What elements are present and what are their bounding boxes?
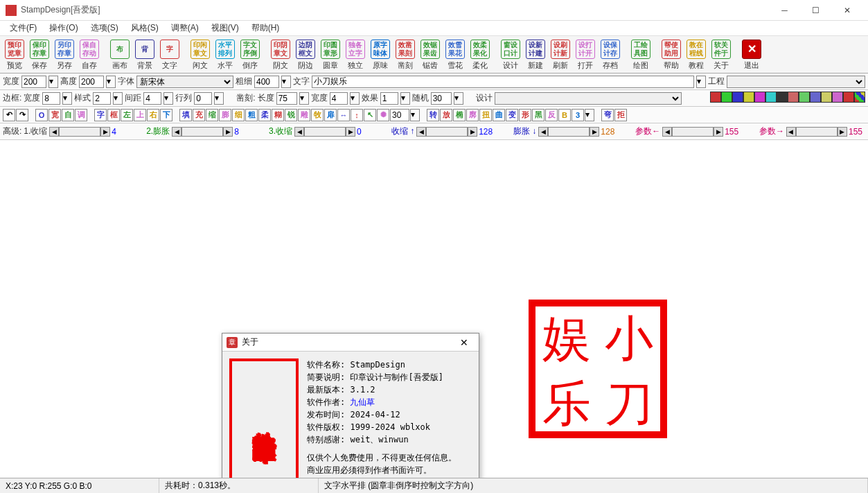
- rc-dd[interactable]: ▾: [214, 92, 224, 105]
- toolbar-画布[interactable]: 布画布: [108, 38, 132, 71]
- height-input[interactable]: [79, 76, 104, 88]
- swatch[interactable]: [765, 92, 777, 103]
- random-input[interactable]: [431, 92, 452, 105]
- close-button[interactable]: ✕: [831, 1, 862, 20]
- expand2-slider[interactable]: ◀▶8: [172, 127, 251, 137]
- carve-length-input[interactable]: [276, 92, 297, 105]
- effect-input[interactable]: [380, 92, 398, 105]
- tool-糊[interactable]: 糊: [272, 109, 284, 121]
- tool-↕[interactable]: ↕: [351, 109, 363, 121]
- toolbar-雪花[interactable]: 效雪果花雪花: [443, 38, 467, 71]
- param-right-slider[interactable]: ◀▶155: [786, 127, 865, 137]
- menu-选项(S)[interactable]: 选项(S): [85, 21, 124, 35]
- swatch[interactable]: [821, 92, 832, 103]
- project-select[interactable]: [727, 76, 865, 88]
- toolbar-倒序[interactable]: 字文序倒倒序: [238, 38, 262, 71]
- toolbar-凿刻[interactable]: 效凿果刻凿刻: [393, 38, 417, 71]
- toolbar-刷新[interactable]: 设刷计新刷新: [549, 38, 572, 71]
- toolbar-圆章[interactable]: 印圆章形圆章: [319, 38, 342, 71]
- toolbar-背景[interactable]: 背背景: [133, 38, 157, 71]
- weight-dropdown[interactable]: ▾: [281, 76, 291, 88]
- toolbar-设计[interactable]: 窗设口计设计: [499, 38, 522, 71]
- tool-曲[interactable]: 曲: [493, 109, 505, 121]
- toolbar-退出[interactable]: ✕退出: [740, 38, 763, 71]
- tool-椭[interactable]: 椭: [453, 109, 466, 121]
- weight-input[interactable]: [254, 76, 279, 88]
- width-input[interactable]: [21, 76, 46, 88]
- style-input[interactable]: [93, 92, 111, 105]
- tool-宽[interactable]: 宽: [48, 109, 61, 121]
- tool-锐[interactable]: 锐: [285, 109, 297, 121]
- swatch[interactable]: [799, 92, 810, 103]
- toolbar-新建[interactable]: 设新计建新建: [524, 38, 547, 71]
- swatch[interactable]: [843, 92, 854, 103]
- expand-down-slider[interactable]: ◀▶128: [538, 127, 617, 137]
- tool-右[interactable]: 右: [147, 109, 159, 121]
- shrink1-slider[interactable]: ◀▶4: [49, 127, 128, 137]
- tool-✺[interactable]: ✺: [377, 109, 389, 121]
- tool-自[interactable]: 自: [62, 109, 74, 121]
- tool-↖[interactable]: ↖: [364, 109, 376, 121]
- toolbar-阴文[interactable]: 印阴章文阴文: [269, 38, 292, 71]
- tool-变[interactable]: 变: [506, 109, 518, 121]
- tool-扭[interactable]: 扭: [479, 109, 492, 121]
- bw-dd[interactable]: ▾: [62, 92, 72, 105]
- row4-dd2[interactable]: ▾: [585, 109, 594, 121]
- tool-填[interactable]: 填: [179, 109, 192, 121]
- swatch-grid[interactable]: [854, 92, 865, 103]
- tool-O[interactable]: O: [35, 109, 48, 121]
- tool-字[interactable]: 字: [94, 109, 107, 121]
- tool-反[interactable]: 反: [545, 109, 558, 121]
- swatch[interactable]: [754, 92, 765, 103]
- tool-↔[interactable]: ↔: [337, 109, 350, 121]
- tool-3[interactable]: 3: [572, 109, 584, 121]
- text-dropdown[interactable]: ▾: [696, 76, 706, 88]
- gap-dd[interactable]: ▾: [163, 92, 173, 105]
- tool-转[interactable]: 转: [427, 109, 439, 121]
- tool-放[interactable]: 放: [440, 109, 452, 121]
- tool-牧[interactable]: 牧: [311, 109, 324, 121]
- toolbar-绘图[interactable]: 工绘具图绘图: [629, 38, 653, 71]
- toolbar-教程[interactable]: 教在程线教程: [684, 38, 708, 71]
- tool-调[interactable]: 调: [75, 109, 87, 121]
- font-select[interactable]: 新宋体: [136, 76, 233, 88]
- toolbar-独立[interactable]: 独各立字独立: [344, 38, 367, 71]
- toolbar-原味[interactable]: 原字味体原味: [369, 38, 392, 71]
- tool-左[interactable]: 左: [121, 109, 133, 121]
- menu-视图(V)[interactable]: 视图(V): [206, 21, 245, 35]
- maximize-button[interactable]: ☐: [800, 1, 831, 20]
- text-input[interactable]: [312, 76, 694, 88]
- tool-拒[interactable]: 拒: [614, 109, 627, 121]
- tool-B[interactable]: B: [558, 109, 571, 121]
- undo-redo[interactable]: ↷: [16, 109, 28, 121]
- border-width-input[interactable]: [42, 92, 60, 105]
- swatch[interactable]: [732, 92, 743, 103]
- len-dd[interactable]: ▾: [299, 92, 309, 105]
- shrink3-slider[interactable]: ◀▶0: [294, 127, 373, 137]
- toolbar-关于[interactable]: 软关件于关于: [709, 38, 733, 71]
- design-select[interactable]: [495, 92, 682, 105]
- undo-redo[interactable]: ↶: [3, 109, 15, 121]
- toolbar-帮助[interactable]: 帮使助用帮助: [659, 38, 683, 71]
- swatch[interactable]: [721, 92, 732, 103]
- toolbar-水平[interactable]: 水平排列水平: [213, 38, 237, 71]
- minimize-button[interactable]: ─: [769, 1, 800, 20]
- swatch[interactable]: [788, 92, 799, 103]
- height-dropdown[interactable]: ▾: [106, 76, 116, 88]
- toolbar-阴边[interactable]: 边阴框文阴边: [294, 38, 317, 71]
- cw-dd[interactable]: ▾: [350, 92, 360, 105]
- menu-帮助(H)[interactable]: 帮助(H): [246, 21, 285, 35]
- tool-粗[interactable]: 粗: [245, 109, 258, 121]
- swatch[interactable]: [810, 92, 821, 103]
- tool-框[interactable]: 框: [107, 109, 120, 121]
- toolbar-另存[interactable]: 另印存章另存: [53, 38, 76, 71]
- toolbar-自存[interactable]: 保自存动自存: [78, 38, 101, 71]
- tool-扉[interactable]: 扉: [324, 109, 337, 121]
- toolbar-打开[interactable]: 设打计开打开: [574, 38, 597, 71]
- toolbar-存档[interactable]: 设保计存存档: [599, 38, 622, 71]
- toolbar-预览[interactable]: 预印览章预览: [3, 38, 26, 71]
- tool-柔[interactable]: 柔: [258, 109, 271, 121]
- swatch[interactable]: [710, 92, 721, 103]
- toolbar-锯齿[interactable]: 效锯果齿锯齿: [418, 38, 442, 71]
- carve-width-input[interactable]: [330, 92, 348, 105]
